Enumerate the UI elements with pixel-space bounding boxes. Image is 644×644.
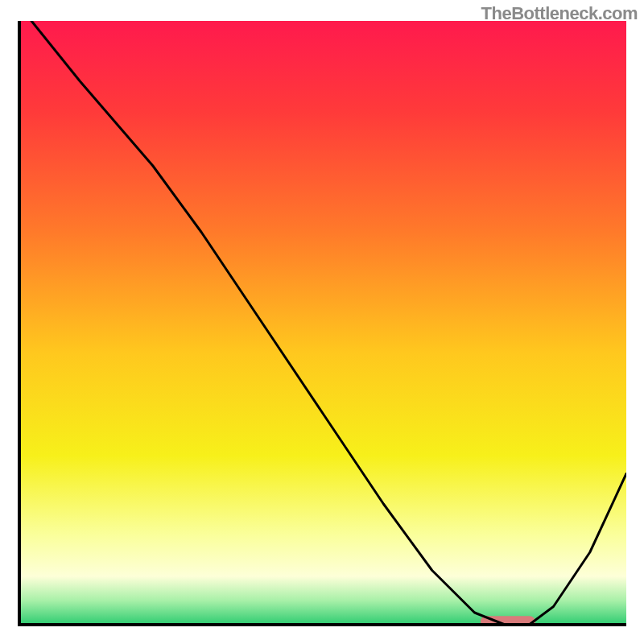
chart-container: TheBottleneck.com bbox=[0, 0, 644, 644]
gradient-background bbox=[19, 21, 626, 625]
plot-area bbox=[18, 21, 626, 626]
chart-svg bbox=[18, 21, 626, 626]
